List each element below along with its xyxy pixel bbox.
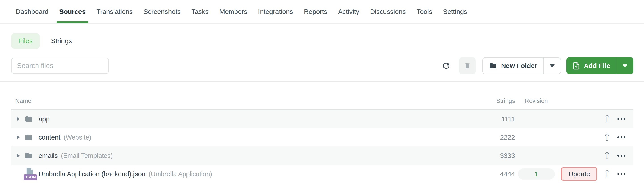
expand-toggle[interactable] [15, 114, 21, 124]
actions-cell: ⇧ [558, 114, 634, 124]
nav-item-activity[interactable]: Activity [336, 0, 362, 23]
row-menu-button[interactable] [617, 134, 626, 140]
folder-name[interactable]: app [38, 115, 50, 123]
strings-count: 3333 [475, 152, 515, 160]
name-cell: JSON Umbrella Application (backend).json… [11, 168, 475, 180]
expand-spacer [15, 170, 21, 178]
upload-icon[interactable]: ⇧ [603, 151, 612, 160]
new-folder-label: New Folder [501, 62, 537, 70]
row-menu-button[interactable] [617, 171, 626, 177]
caret-right-icon [17, 117, 20, 121]
strings-count: 4444 [475, 170, 515, 178]
table-row: app 1111 ⇧ [11, 110, 634, 128]
name-cell: content (Website) [11, 131, 475, 144]
folder-name[interactable]: content [38, 134, 60, 141]
folder-note: (Website) [64, 134, 91, 141]
table-row: JSON Umbrella Application (backend).json… [11, 165, 634, 183]
upload-icon[interactable]: ⇧ [603, 114, 612, 124]
column-header-revision[interactable]: Revision [515, 98, 558, 104]
nav-item-tools[interactable]: Tools [414, 0, 435, 23]
nav-item-members[interactable]: Members [217, 0, 250, 23]
caret-right-icon [17, 154, 20, 158]
revision-badge[interactable]: 1 [518, 168, 555, 180]
dot [624, 155, 626, 156]
json-badge: JSON [24, 174, 37, 180]
chevron-down-icon [550, 64, 554, 67]
dot [618, 173, 619, 175]
delete-button[interactable] [459, 57, 476, 74]
dot [620, 118, 622, 120]
dot [620, 173, 622, 175]
folder-icon [24, 131, 34, 144]
nav-item-integrations[interactable]: Integrations [255, 0, 296, 23]
sources-page: Dashboard Sources Translations Screensho… [0, 0, 644, 191]
dot [618, 136, 619, 138]
file-name[interactable]: Umbrella Application (backend).json [38, 170, 146, 178]
nav-item-reports[interactable]: Reports [301, 0, 330, 23]
nav-item-discussions[interactable]: Discussions [368, 0, 408, 23]
row-menu-button[interactable] [617, 152, 626, 159]
folder-name[interactable]: emails [38, 152, 58, 160]
dot [624, 118, 626, 120]
nav-item-translations[interactable]: Translations [94, 0, 135, 23]
update-button[interactable]: Update [561, 167, 597, 181]
dot [624, 173, 626, 175]
nav-item-sources[interactable]: Sources [56, 0, 88, 23]
dot [620, 155, 622, 156]
dot [624, 136, 626, 138]
dot [618, 118, 619, 120]
column-header-name[interactable]: Name [11, 98, 475, 104]
folder-note: (Email Templates) [61, 152, 113, 160]
folder-icon [24, 150, 34, 162]
expand-toggle[interactable] [15, 133, 21, 142]
dot [620, 136, 622, 138]
caret-right-icon [17, 135, 20, 139]
new-folder-dropdown-toggle[interactable] [544, 58, 560, 74]
folder-icon [24, 113, 34, 125]
table-row: content (Website) 2222 ⇧ [11, 128, 634, 146]
row-menu-button[interactable] [617, 116, 626, 122]
upload-icon[interactable]: ⇧ [603, 169, 612, 179]
table-header: Name Strings Revision [11, 82, 634, 110]
tab-strings[interactable]: Strings [51, 37, 72, 45]
revision-cell: 1 [515, 168, 558, 180]
upload-icon[interactable]: ⇧ [603, 132, 612, 142]
add-file-button-group: Add File [566, 57, 634, 74]
strings-count: 1111 [475, 115, 515, 123]
file-note: (Umbrella Application) [149, 170, 212, 178]
new-folder-button-group: New Folder [482, 57, 561, 74]
files-table: Name Strings Revision app 1111 ⇧ [11, 82, 634, 183]
tab-files[interactable]: Files [11, 33, 40, 49]
add-file-dropdown-toggle[interactable] [616, 57, 634, 74]
nav-item-settings[interactable]: Settings [440, 0, 470, 23]
name-cell: emails (Email Templates) [11, 150, 475, 162]
project-nav: Dashboard Sources Translations Screensho… [0, 0, 644, 24]
view-switch: Files Strings [0, 33, 644, 49]
name-cell: app [11, 113, 475, 125]
chevron-down-icon [622, 64, 628, 67]
refresh-icon [442, 61, 451, 70]
add-file-label: Add File [584, 62, 610, 70]
nav-item-tasks[interactable]: Tasks [189, 0, 211, 23]
dot [618, 155, 619, 156]
expand-toggle[interactable] [15, 151, 21, 160]
toolbar: New Folder Add File [0, 57, 644, 74]
actions-cell: Update ⇧ [558, 167, 634, 181]
search-input[interactable] [11, 58, 109, 74]
json-file-icon: JSON [24, 168, 34, 180]
file-upload-icon [572, 62, 580, 70]
table-row: emails (Email Templates) 3333 ⇧ [11, 146, 634, 165]
actions-cell: ⇧ [558, 151, 634, 160]
add-file-button[interactable]: Add File [566, 57, 616, 74]
strings-count: 2222 [475, 134, 515, 141]
nav-item-screenshots[interactable]: Screenshots [141, 0, 183, 23]
nav-item-dashboard[interactable]: Dashboard [13, 0, 51, 23]
column-header-strings[interactable]: Strings [475, 98, 515, 104]
actions-cell: ⇧ [558, 132, 634, 142]
trash-icon [464, 62, 471, 70]
refresh-button[interactable] [441, 61, 451, 71]
folder-plus-icon [488, 62, 498, 70]
new-folder-button[interactable]: New Folder [483, 58, 543, 74]
